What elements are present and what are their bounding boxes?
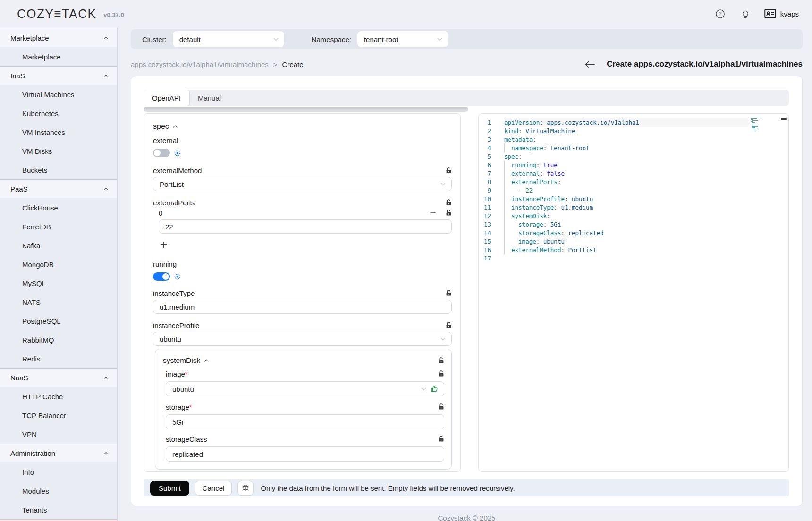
- back-arrow-icon[interactable]: [584, 60, 595, 68]
- yaml-editor[interactable]: 1apiVersion: apps.cozystack.io/v1alpha12…: [478, 113, 789, 472]
- code-line: 15image: ubuntu: [483, 237, 788, 246]
- sidebar-section-label: Marketplace: [10, 34, 49, 42]
- remove-port-icon[interactable]: [430, 210, 436, 216]
- line-number: 6: [483, 161, 491, 169]
- sidebar-item-nats[interactable]: NATS: [0, 293, 117, 311]
- lock-icon[interactable]: [438, 436, 444, 442]
- thumbs-up-icon[interactable]: [431, 385, 438, 393]
- indent-guide: [504, 220, 511, 229]
- breadcrumb-separator: >: [273, 60, 278, 68]
- help-icon[interactable]: ?: [714, 8, 727, 20]
- sidebar-item-buckets[interactable]: Buckets: [0, 160, 117, 179]
- externalPorts-item-input[interactable]: [159, 219, 452, 234]
- image-select[interactable]: ubuntu: [166, 381, 444, 396]
- scrollbar-thumb[interactable]: [781, 118, 787, 120]
- sidebar-item-marketplace[interactable]: Marketplace: [0, 47, 117, 66]
- sidebar-item-vm-instances[interactable]: VM Instances: [0, 123, 117, 142]
- sidebar-section-label: IaaS: [10, 72, 25, 80]
- sidebar-item-virtual-machines[interactable]: Virtual Machines: [0, 85, 117, 104]
- code-line: 13storage: 5Gi: [483, 220, 788, 229]
- namespace-select-value: tenant-root: [364, 35, 398, 43]
- externalPorts-item-index: 0: [159, 209, 162, 217]
- chevron-down-icon: [440, 337, 446, 341]
- sidebar-item-clickhouse[interactable]: ClickHouse: [0, 198, 117, 217]
- sidebar-item-mysql[interactable]: MySQL: [0, 274, 117, 293]
- sidebar-item-modules[interactable]: Modules: [0, 481, 117, 500]
- storage-label: storage: [166, 403, 189, 411]
- sidebar-item-kubernetes[interactable]: Kubernetes: [0, 104, 117, 123]
- code-line: 4namespace: tenant-root: [483, 144, 788, 152]
- sidebar-item-redis[interactable]: Redis: [0, 349, 117, 368]
- debug-button[interactable]: [237, 481, 254, 496]
- sidebar-item-vm-disks[interactable]: VM Disks: [0, 142, 117, 160]
- code-line: 14storageClass: replicated: [483, 229, 788, 237]
- externalMethod-label: externalMethod: [153, 167, 202, 175]
- code-line: 2kind: VirtualMachine: [483, 127, 788, 135]
- systemDisk-card: systemDisk image* ubuntu: [155, 349, 452, 470]
- cluster-label: Cluster:: [142, 35, 167, 43]
- instanceProfile-label: instanceProfile: [153, 321, 199, 329]
- sidebar-item-http-cache[interactable]: HTTP Cache: [0, 387, 117, 406]
- sidebar-section-naas[interactable]: NaaS: [0, 368, 117, 387]
- chevron-down-icon: [440, 183, 446, 186]
- cluster-select[interactable]: default: [173, 31, 284, 47]
- user-menu[interactable]: kvaps: [764, 9, 799, 18]
- external-label: external: [153, 136, 178, 144]
- lock-icon[interactable]: [446, 210, 452, 216]
- externalMethod-select[interactable]: PortList: [153, 177, 452, 191]
- instanceProfile-select[interactable]: ubuntu: [153, 332, 452, 346]
- sidebar-item-postgresql[interactable]: PostgreSQL: [0, 311, 117, 330]
- line-number: 10: [483, 195, 491, 203]
- lock-icon[interactable]: [446, 322, 452, 328]
- lock-icon[interactable]: [438, 370, 444, 377]
- sidebar-section-iaas[interactable]: IaaS: [0, 66, 117, 85]
- instanceType-input[interactable]: [153, 300, 452, 314]
- theme-lightbulb-icon[interactable]: [739, 8, 752, 20]
- focus-target-icon[interactable]: [174, 150, 180, 156]
- lock-icon[interactable]: [446, 167, 452, 174]
- sidebar-section-paas[interactable]: PaaS: [0, 179, 117, 198]
- focus-target-icon[interactable]: [174, 274, 180, 280]
- breadcrumb-resource-link[interactable]: apps.cozystack.io/v1alpha1/virtualmachin…: [131, 60, 269, 68]
- sidebar: MarketplaceMarketplaceIaaSVirtual Machin…: [0, 28, 118, 521]
- editor-lines: 1apiVersion: apps.cozystack.io/v1alpha12…: [483, 118, 788, 263]
- external-toggle[interactable]: [153, 149, 170, 157]
- submit-button[interactable]: Submit: [150, 481, 189, 496]
- tab-openapi[interactable]: OpenAPI: [144, 90, 189, 106]
- storageClass-input[interactable]: [166, 446, 444, 462]
- systemDisk-section-toggle[interactable]: systemDisk: [163, 356, 209, 365]
- form-toolbar: Submit Cancel Only the data from the for…: [144, 479, 789, 496]
- sidebar-item-info[interactable]: Info: [0, 462, 117, 481]
- cancel-button[interactable]: Cancel: [195, 481, 232, 496]
- sidebar-item-mongodb[interactable]: MongoDB: [0, 255, 117, 274]
- sidebar-section-marketplace[interactable]: Marketplace: [0, 28, 117, 47]
- context-bar: Cluster: default Namespace: tenant-root: [131, 29, 803, 49]
- sidebar-item-tcp-balancer[interactable]: TCP Balancer: [0, 406, 117, 425]
- storage-input[interactable]: [166, 414, 444, 429]
- lock-icon[interactable]: [438, 403, 444, 410]
- sidebar-item-rabbitmq[interactable]: RabbitMQ: [0, 330, 117, 349]
- lock-icon[interactable]: [446, 199, 452, 206]
- line-number: 11: [483, 203, 491, 212]
- lock-icon[interactable]: [438, 357, 444, 364]
- sidebar-item-ferretdb[interactable]: FerretDB: [0, 217, 117, 236]
- spec-section-toggle[interactable]: spec: [153, 122, 452, 131]
- running-toggle[interactable]: [153, 272, 170, 281]
- lock-icon[interactable]: [446, 290, 452, 296]
- chevron-up-icon: [204, 359, 209, 362]
- editor-minimap[interactable]: [751, 118, 780, 132]
- toolbar-note: Only the data from the form will be sent…: [261, 484, 515, 492]
- code-line: 7external: false: [483, 169, 788, 178]
- code-line: 17: [483, 254, 788, 263]
- sidebar-item-vpn[interactable]: VPN: [0, 425, 117, 444]
- bug-icon: [241, 484, 250, 492]
- tab-manual[interactable]: Manual: [189, 90, 229, 106]
- namespace-select[interactable]: tenant-root: [357, 31, 448, 47]
- add-port-icon[interactable]: [159, 240, 168, 249]
- sidebar-section-label: NaaS: [10, 374, 28, 382]
- line-number: 1: [483, 118, 491, 127]
- sidebar-section-administration[interactable]: Administration: [0, 444, 117, 462]
- sidebar-item-tenants[interactable]: Tenants: [0, 500, 117, 519]
- horizontal-scrollbar[interactable]: [144, 107, 468, 112]
- sidebar-item-kafka[interactable]: Kafka: [0, 236, 117, 255]
